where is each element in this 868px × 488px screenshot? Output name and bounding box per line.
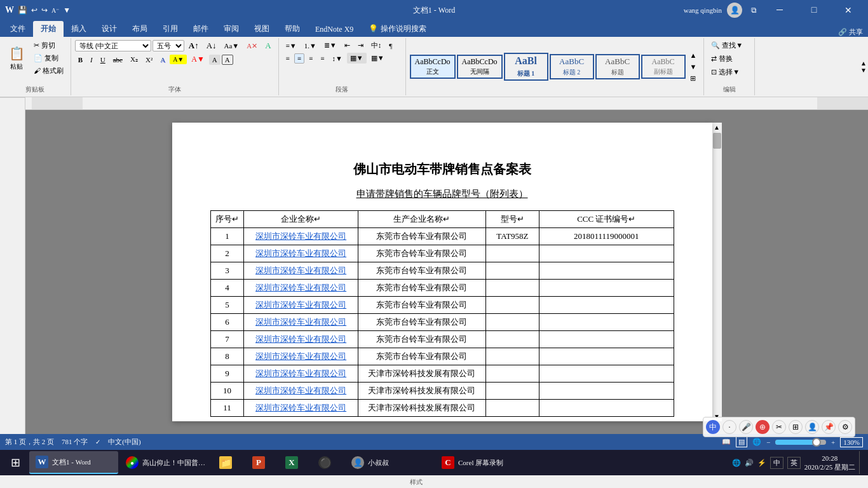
- char-shading-button[interactable]: A: [209, 55, 220, 65]
- tab-mailings[interactable]: 邮件: [186, 21, 216, 37]
- view-print-layout[interactable]: ▤: [736, 437, 747, 447]
- char-border-button[interactable]: A: [222, 55, 233, 65]
- zoom-slider-thumb[interactable]: [812, 438, 821, 447]
- style-heading2[interactable]: AaBbC标题 2: [550, 54, 594, 79]
- format-painter-button[interactable]: 🖌 格式刷: [31, 65, 67, 77]
- styles-scroll-up[interactable]: ▲: [687, 50, 700, 60]
- time-block[interactable]: 20:28 2020/2/25 星期二: [804, 454, 855, 472]
- font-size-select[interactable]: 五号: [153, 40, 184, 51]
- scroll-thumb[interactable]: [713, 133, 721, 149]
- show-desktop-button[interactable]: [859, 451, 863, 474]
- tab-help[interactable]: 帮助: [277, 21, 308, 37]
- clear-format-button[interactable]: A✕: [243, 41, 261, 51]
- text-effects-button[interactable]: A: [157, 55, 168, 65]
- tab-layout[interactable]: 布局: [125, 21, 155, 37]
- scroll-up-button[interactable]: ▲: [713, 123, 721, 132]
- copy-button[interactable]: 📄 复制: [31, 52, 67, 64]
- superscript-button[interactable]: X²: [142, 55, 156, 65]
- zoom-level[interactable]: 130%: [840, 437, 863, 447]
- find-button[interactable]: 🔍 查找▼: [708, 39, 746, 51]
- tab-home[interactable]: 开始: [33, 21, 64, 37]
- minimize-button[interactable]: ─: [765, 0, 794, 20]
- styles-scroll-down[interactable]: ▼: [687, 62, 700, 72]
- maximize-button[interactable]: □: [799, 0, 829, 20]
- float-btn-mic[interactable]: 🎤: [739, 420, 753, 434]
- styles-expand[interactable]: ⊞: [687, 73, 700, 84]
- cut-button[interactable]: ✂ 剪切: [31, 39, 67, 51]
- bold-button[interactable]: B: [75, 55, 86, 65]
- style-title[interactable]: AaBbC标题: [595, 54, 640, 79]
- quick-access-dropdown[interactable]: ▼: [63, 6, 71, 15]
- float-btn-person[interactable]: 👤: [805, 420, 819, 434]
- float-btn-grid[interactable]: ⊞: [789, 420, 803, 434]
- view-read-mode[interactable]: 📖: [722, 438, 731, 446]
- document-area[interactable]: 佛山市电动车带牌销售点备案表 申请带牌销售的车辆品牌型号（附列表） 序号↵ 企业…: [25, 110, 868, 434]
- replace-button[interactable]: ⇄ 替换: [708, 53, 736, 65]
- tab-review[interactable]: 审阅: [216, 21, 247, 37]
- taskbar-item-dark[interactable]: ⚫: [312, 451, 344, 474]
- align-center-button[interactable]: ≡: [294, 53, 304, 64]
- start-button[interactable]: ⊞: [3, 451, 28, 474]
- search-operations[interactable]: 💡 操作说明搜索: [361, 21, 434, 37]
- close-button[interactable]: ✕: [834, 0, 863, 20]
- view-web-layout[interactable]: 🌐: [752, 438, 761, 446]
- taskbar-item-person[interactable]: 👤 小叔叔: [345, 451, 434, 474]
- font-color-button[interactable]: A▼: [188, 53, 208, 65]
- style-heading1[interactable]: AaBl标题 1: [504, 53, 548, 81]
- taskbar-item-excel[interactable]: X: [279, 451, 311, 474]
- shading-button[interactable]: ▦▼: [347, 53, 367, 64]
- align-right-button[interactable]: ≡: [306, 53, 316, 64]
- quick-access-save[interactable]: 💾: [18, 6, 27, 15]
- quick-access-redo[interactable]: ↪: [41, 6, 48, 15]
- grow-font-button[interactable]: A↑: [186, 39, 202, 52]
- taskbar-item-corel[interactable]: C Corel 屏幕录制: [435, 451, 524, 474]
- vertical-scrollbar[interactable]: ▲ ▼: [712, 123, 722, 421]
- restore-down-icon[interactable]: ⧉: [747, 4, 760, 17]
- quick-access-undo[interactable]: ↩: [31, 6, 37, 15]
- tab-endnote[interactable]: EndNote X9: [308, 22, 361, 37]
- float-btn-pin[interactable]: 📌: [822, 420, 836, 434]
- paste-button[interactable]: 📋 粘贴: [4, 43, 29, 74]
- borders-button[interactable]: ▦▼: [368, 53, 388, 64]
- zoom-in-button[interactable]: +: [831, 438, 835, 446]
- justify-button[interactable]: ≡: [317, 53, 327, 64]
- font-format-dropdown[interactable]: Aa▼: [221, 41, 243, 51]
- subscript-button[interactable]: X₂: [127, 54, 141, 65]
- share-button[interactable]: 🔗 共享: [838, 27, 863, 37]
- style-subtitle[interactable]: AaBbC副标题: [641, 55, 686, 79]
- numbering-button[interactable]: 1.▼: [301, 41, 320, 51]
- quick-access-autosave[interactable]: A⁻: [51, 7, 59, 14]
- taskbar-item-chrome[interactable]: ● 高山仰止！中国普…: [119, 451, 212, 474]
- shrink-font-button[interactable]: A↓: [203, 39, 220, 52]
- taskbar-network-icon[interactable]: 🌐: [732, 459, 741, 467]
- tab-file[interactable]: 文件: [3, 21, 33, 37]
- taskbar-item-ppt[interactable]: P: [246, 451, 278, 474]
- tab-design[interactable]: 设计: [94, 21, 125, 37]
- italic-button[interactable]: I: [87, 55, 96, 65]
- align-left-button[interactable]: ≡: [283, 53, 293, 64]
- ribbon-scroll[interactable]: ▲ ▼: [859, 38, 868, 95]
- increase-indent-button[interactable]: ⇥: [355, 40, 367, 51]
- taskbar-item-word[interactable]: W 文档1 - Word: [29, 451, 118, 474]
- multilevel-list-button[interactable]: ≣▼: [321, 40, 340, 51]
- float-btn-share[interactable]: ⊕: [756, 420, 770, 434]
- strikethrough-button[interactable]: abc: [110, 55, 126, 65]
- taskbar-input-zh[interactable]: 中: [770, 457, 783, 469]
- float-btn-scissors[interactable]: ✂: [772, 420, 786, 434]
- text-highlight-color-button[interactable]: A▼: [170, 55, 187, 64]
- float-btn-gear[interactable]: ⚙: [838, 420, 852, 434]
- tab-insert[interactable]: 插入: [64, 21, 94, 37]
- taskbar-input-en[interactable]: 英: [787, 457, 801, 469]
- style-normal[interactable]: AaBbCcDo正文: [410, 55, 456, 79]
- decrease-indent-button[interactable]: ⇤: [341, 40, 353, 51]
- chinese-sort-button[interactable]: 中↕: [368, 39, 385, 51]
- show-formatting-button[interactable]: ¶: [386, 41, 395, 51]
- tab-references[interactable]: 引用: [155, 21, 186, 37]
- zoom-slider[interactable]: [775, 440, 826, 445]
- text-highlight-button[interactable]: A: [262, 39, 274, 52]
- font-name-select[interactable]: 等线 (中文正: [75, 40, 151, 51]
- select-button[interactable]: ⊡ 选择▼: [708, 66, 743, 78]
- underline-button[interactable]: U: [97, 55, 109, 65]
- tab-view[interactable]: 视图: [247, 21, 277, 37]
- float-btn-zh[interactable]: 中: [706, 420, 720, 434]
